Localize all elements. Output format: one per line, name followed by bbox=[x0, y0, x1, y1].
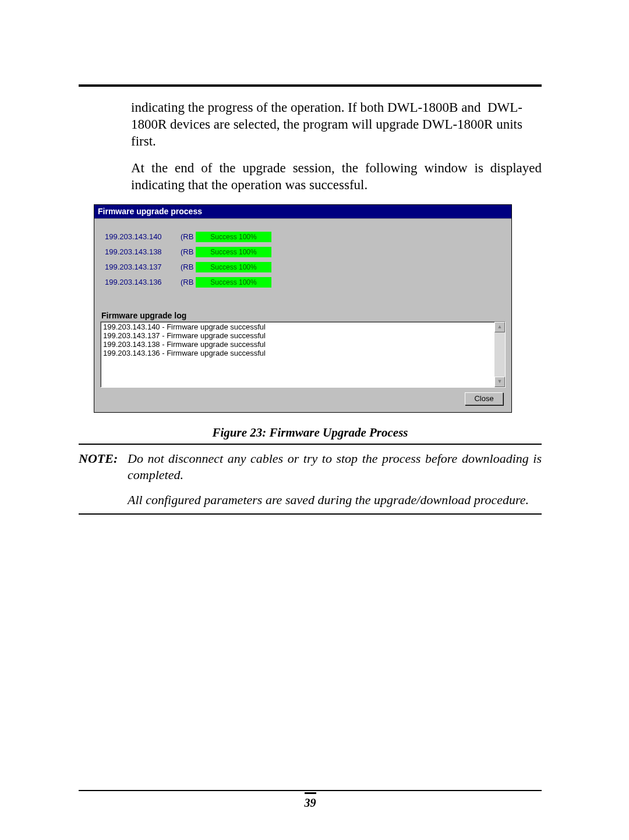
log-line: 199.203.143.137 - Firmware upgrade succe… bbox=[103, 332, 493, 341]
window-client-area: 199.203.143.140 (RB Success 100% 199.203… bbox=[94, 218, 511, 412]
page-footer: 39 bbox=[79, 790, 542, 810]
log-line: 199.203.143.136 - Firmware upgrade succe… bbox=[103, 349, 493, 358]
note-block: NOTE: Do not disconnect any cables or tr… bbox=[79, 451, 542, 509]
progress-row: 199.203.143.140 (RB Success 100% bbox=[105, 229, 507, 244]
log-section-label: Firmware upgrade log bbox=[101, 311, 507, 320]
log-textarea[interactable]: 199.203.143.140 - Firmware upgrade succe… bbox=[100, 321, 506, 388]
ip-address: 199.203.143.137 bbox=[105, 263, 181, 271]
scroll-up-icon[interactable]: ▲ bbox=[494, 322, 505, 332]
log-line: 199.203.143.138 - Firmware upgrade succe… bbox=[103, 341, 493, 349]
firmware-upgrade-window: Firmware upgrade process 199.203.143.140… bbox=[94, 204, 512, 413]
caption-rule bbox=[79, 444, 542, 445]
note-label: NOTE: bbox=[79, 451, 128, 484]
ip-address: 199.203.143.140 bbox=[105, 232, 181, 241]
log-line: 199.203.143.140 - Firmware upgrade succe… bbox=[103, 323, 493, 332]
progress-row: 199.203.143.138 (RB Success 100% bbox=[105, 244, 507, 260]
window-title: Firmware upgrade process bbox=[94, 205, 511, 218]
progress-row: 199.203.143.136 (RB Success 100% bbox=[105, 275, 507, 290]
figure-caption: Figure 23: Firmware Upgrade Process bbox=[79, 426, 542, 440]
page-number: 39 bbox=[79, 796, 542, 810]
progress-bar: Success 100% bbox=[196, 262, 271, 272]
ip-address: 199.203.143.138 bbox=[105, 247, 181, 256]
ip-address: 199.203.143.136 bbox=[105, 278, 181, 286]
scrollbar[interactable]: ▲ ▼ bbox=[494, 322, 505, 387]
header-rule bbox=[79, 84, 542, 87]
progress-bar: Success 100% bbox=[196, 277, 271, 288]
note-rule bbox=[79, 513, 542, 515]
paragraph-2: At the end of the upgrade session, the f… bbox=[131, 160, 542, 194]
note-body-2: All configured parameters are saved duri… bbox=[128, 492, 542, 509]
progress-row: 199.203.143.137 (RB Success 100% bbox=[105, 260, 507, 275]
scroll-down-icon[interactable]: ▼ bbox=[494, 377, 505, 387]
progress-bar: Success 100% bbox=[196, 232, 271, 242]
progress-bar: Success 100% bbox=[196, 247, 271, 257]
close-button[interactable]: Close bbox=[465, 392, 503, 405]
note-body-1: Do not disconnect any cables or try to s… bbox=[128, 451, 542, 484]
paragraph-1: indicating the progress of the operation… bbox=[131, 100, 542, 150]
